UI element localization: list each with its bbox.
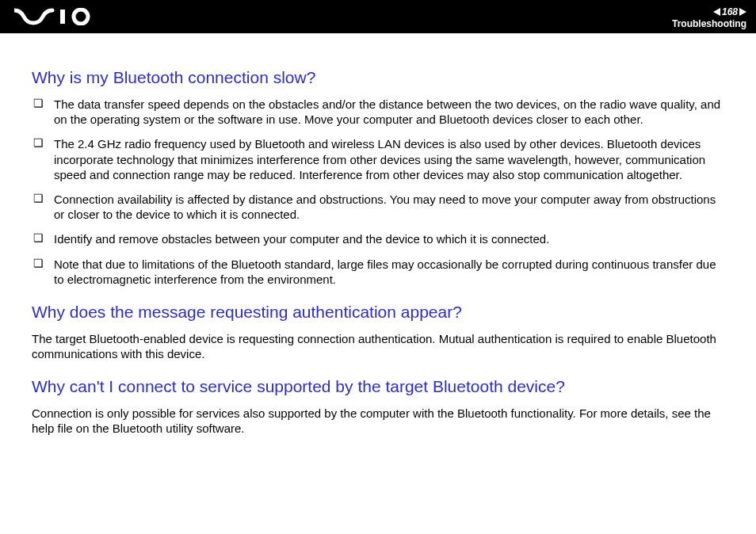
vaio-logo-svg xyxy=(14,8,101,25)
list-item: The data transfer speed depends on the o… xyxy=(32,97,729,127)
prev-page-arrow-icon[interactable] xyxy=(713,8,720,16)
header-right: 168 Troubleshooting xyxy=(672,5,746,29)
heading-slow-connection: Why is my Bluetooth connection slow? xyxy=(32,68,729,87)
para-authentication: The target Bluetooth-enabled device is r… xyxy=(32,331,729,361)
list-item: Note that due to limitations of the Blue… xyxy=(32,257,729,287)
header-bar: 168 Troubleshooting xyxy=(0,0,756,33)
list-item: The 2.4 GHz radio frequency used by Blue… xyxy=(32,136,729,182)
bullet-list-slow: The data transfer speed depends on the o… xyxy=(32,97,729,287)
page-content: Why is my Bluetooth connection slow? The… xyxy=(0,33,756,460)
para-connect-service: Connection is only possible for services… xyxy=(32,406,729,436)
svg-rect-0 xyxy=(60,10,65,24)
heading-authentication: Why does the message requesting authenti… xyxy=(32,303,729,322)
list-item: Connection availability is affected by d… xyxy=(32,192,729,222)
svg-point-1 xyxy=(74,10,88,24)
section-label: Troubleshooting xyxy=(672,18,746,29)
heading-connect-service: Why can't I connect to service supported… xyxy=(32,377,729,396)
page-number: 168 xyxy=(722,6,738,17)
list-item: Identify and remove obstacles between yo… xyxy=(32,231,729,246)
vaio-logo xyxy=(14,8,101,25)
page-nav: 168 xyxy=(713,6,746,17)
next-page-arrow-icon[interactable] xyxy=(739,8,746,16)
